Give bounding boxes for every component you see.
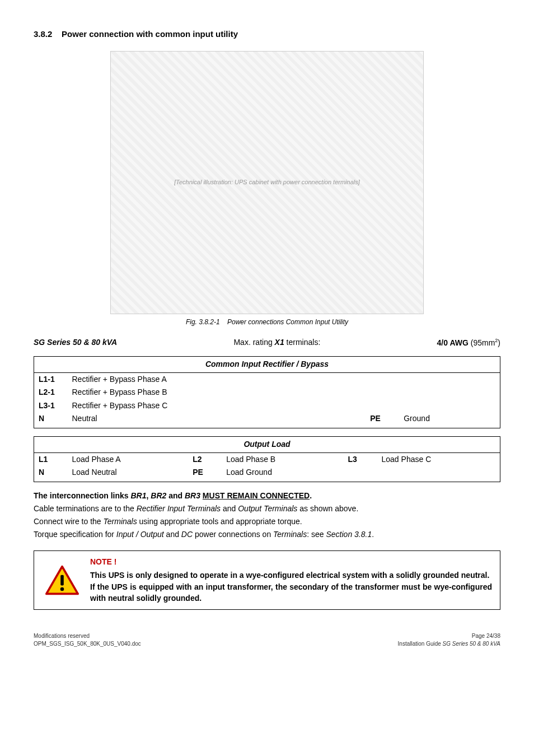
table-row: L3-1 Rectifier + Bypass Phase C — [34, 399, 500, 413]
section-number: 3.8.2 — [34, 29, 52, 39]
p4-m1: and — [164, 530, 181, 539]
svg-rect-1 — [60, 575, 64, 586]
t2-r0-c1: L1 — [34, 452, 68, 466]
p4-i3: Terminals — [273, 530, 307, 539]
t1-r0-c1: L1-1 — [34, 372, 68, 386]
footer-left2: OPM_SGS_ISG_50K_80K_0US_V040.doc — [34, 640, 141, 648]
t2-r1-c1: N — [34, 466, 68, 482]
figure-caption-prefix: Fig. 3.8.2-1 — [186, 318, 220, 326]
note-body-2: If the UPS is equipped with an input tra… — [90, 581, 492, 604]
footer-right1: Page 24/38 — [398, 632, 500, 640]
rating-awg: 4/0 AWG — [437, 338, 469, 347]
note-body-1: This UPS is only designed to operate in … — [90, 570, 492, 581]
figure-area: [Technical illustration: UPS cabinet wit… — [34, 51, 500, 327]
t1-r3-c3: PE — [366, 412, 399, 428]
t1-r1-c3 — [366, 386, 399, 399]
p1-u: MUST REMAIN CONNECTED — [203, 491, 310, 500]
table2-title: Output Load — [34, 437, 500, 453]
figure-caption: Fig. 3.8.2-1 Power connections Common In… — [186, 318, 348, 327]
figure-placeholder-text: [Technical illustration: UPS cabinet wit… — [174, 178, 360, 186]
note-text: NOTE ! This UPS is only designed to oper… — [90, 551, 500, 609]
t1-r2-c1: L3-1 — [34, 399, 68, 413]
p4-i2: DC — [181, 530, 193, 539]
t1-r2-c4 — [399, 399, 500, 413]
p1-pre: The interconnection links — [34, 491, 130, 500]
rating-mid: Max. rating X1 terminals: — [233, 337, 320, 348]
rating-unit-close: ) — [498, 338, 500, 347]
paragraph-2: Cable terminations are to the Rectifier … — [34, 503, 500, 515]
figure-caption-text: Power connections Common Input Utility — [227, 318, 348, 326]
p4-i4: Section 3.8.1 — [326, 530, 372, 539]
note-box: NOTE ! This UPS is only designed to oper… — [34, 550, 500, 610]
rating-mid-pre: Max. rating — [233, 338, 274, 347]
p2-pre: Cable terminations are to the — [34, 504, 137, 513]
t2-r1-c6 — [377, 466, 500, 482]
p2-i2: Output Terminals — [238, 504, 297, 513]
p2-i1: Rectifier Input Terminals — [137, 504, 221, 513]
section-heading: 3.8.2 Power connection with common input… — [34, 28, 500, 40]
t2-r1-c4: Load Ground — [222, 466, 343, 482]
paragraph-1: The interconnection links BR1, BR2 and B… — [34, 490, 500, 502]
page-footer: Modifications reserved OPM_SGS_ISG_50K_8… — [34, 632, 500, 648]
p4-pre: Torque specification for — [34, 530, 116, 539]
t2-r0-c4: Load Phase B — [222, 452, 343, 466]
p1-end: . — [310, 491, 312, 500]
p4-m2: power connections on — [193, 530, 273, 539]
t1-r1-c1: L2-1 — [34, 386, 68, 399]
p4-m3: : see — [307, 530, 326, 539]
footer-right2-i: SG Series 50 & 80 kVA — [443, 641, 500, 647]
t1-r3-c4: Ground — [399, 412, 500, 428]
p1-b2: BR2 — [151, 491, 166, 500]
rating-model: SG Series 50 & 80 kVA — [34, 337, 117, 348]
warning-icon — [45, 565, 79, 595]
t2-r1-c3: PE — [188, 466, 222, 482]
t1-r0-c3 — [366, 372, 399, 386]
paragraph-4: Torque specification for Input / Output … — [34, 529, 500, 540]
p3-end: using appropriate tools and appropriate … — [137, 517, 302, 526]
note-icon-cell — [34, 551, 90, 609]
rating-mid-bold: X1 — [275, 338, 284, 347]
t2-r0-c3: L2 — [188, 452, 222, 466]
footer-left1: Modifications reserved — [34, 632, 141, 640]
t2-r0-c2: Load Phase A — [68, 452, 189, 466]
p1-s2: and — [166, 491, 185, 500]
t2-r0-c6: Load Phase C — [377, 452, 500, 466]
t2-r1-c5 — [344, 466, 377, 482]
t2-r0-c5: L3 — [344, 452, 377, 466]
p3-i1: Terminals — [104, 517, 137, 526]
rating-unit-open: (95mm — [469, 338, 495, 347]
p2-mid: and — [221, 504, 238, 513]
rating-line: SG Series 50 & 80 kVA Max. rating X1 ter… — [34, 337, 500, 348]
table-row: L2-1 Rectifier + Bypass Phase B — [34, 386, 500, 399]
table-row: N Neutral PE Ground — [34, 412, 500, 428]
t1-r2-c3 — [366, 399, 399, 413]
footer-right2: Installation Guide SG Series 50 & 80 kVA — [398, 640, 500, 648]
section-title: Power connection with common input utili… — [62, 29, 238, 39]
t2-r1-c2: Load Neutral — [68, 466, 189, 482]
svg-point-2 — [60, 587, 64, 591]
figure-image: [Technical illustration: UPS cabinet wit… — [110, 51, 424, 314]
table-output-load: Output Load L1 Load Phase A L2 Load Phas… — [34, 436, 500, 482]
t1-r0-c2: Rectifier + Bypass Phase A — [68, 372, 366, 386]
p4-i1: Input / Output — [116, 530, 164, 539]
footer-right: Page 24/38 Installation Guide SG Series … — [398, 632, 500, 648]
t1-r0-c4 — [399, 372, 500, 386]
p1-b3: BR3 — [185, 491, 200, 500]
note-title: NOTE ! — [90, 557, 492, 568]
t1-r1-c2: Rectifier + Bypass Phase B — [68, 386, 366, 399]
p4-end: . — [372, 530, 374, 539]
table-row: N Load Neutral PE Load Ground — [34, 466, 500, 482]
p3-pre: Connect wire to the — [34, 517, 104, 526]
rating-right: 4/0 AWG (95mm2) — [437, 337, 500, 348]
table1-title: Common Input Rectifier / Bypass — [34, 357, 500, 373]
table-row: L1 Load Phase A L2 Load Phase B L3 Load … — [34, 452, 500, 466]
p1-b1: BR1 — [130, 491, 146, 500]
table-common-input: Common Input Rectifier / Bypass L1-1 Rec… — [34, 356, 500, 428]
footer-left: Modifications reserved OPM_SGS_ISG_50K_8… — [34, 632, 141, 648]
t1-r2-c2: Rectifier + Bypass Phase C — [68, 399, 366, 413]
p2-end: as shown above. — [297, 504, 358, 513]
paragraph-3: Connect wire to the Terminals using appr… — [34, 516, 500, 528]
t1-r3-c2: Neutral — [68, 412, 366, 428]
footer-right2-pre: Installation Guide — [398, 641, 443, 647]
t1-r3-c1: N — [34, 412, 68, 428]
